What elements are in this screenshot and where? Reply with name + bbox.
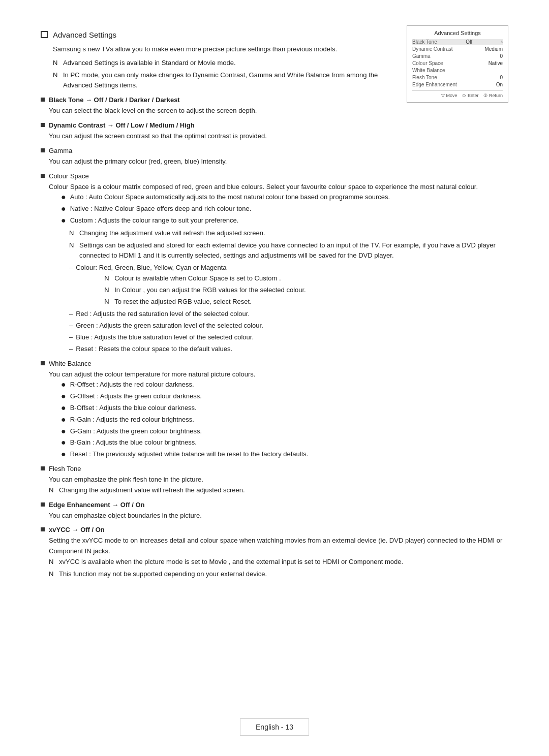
black-square-icon-8 [41,527,45,531]
white-balance-desc: You can adjust the colour temperature fo… [49,369,508,380]
note-n: N [104,297,111,307]
bullet-dot: ● [61,380,66,390]
panel-label-flesh-tone: Flesh Tone [412,75,437,80]
subsection-white-balance-title: White Balance [49,360,92,367]
note-text-2: In PC mode, you can only make changes to… [63,70,396,91]
panel-value-colour-space: Native [489,60,503,66]
note-n: N [49,569,56,580]
bullet-text: B-Gain : Adjusts the blue colour brightn… [70,437,197,448]
panel-label-edge-enhancement: Edge Enhancement [412,82,457,87]
note-line-1: N Advanced Settings is available in Stan… [53,58,396,69]
bullet-dot: ● [61,426,66,437]
list-item: –Red : Adjusts the red saturation level … [69,309,508,320]
nested-note-3: N To reset the adjusted RGB value, selec… [104,297,306,307]
dash-sym: – [69,332,73,343]
black-square-icon [41,98,45,102]
subsection-white-balance-body: You can adjust the colour temperature fo… [49,369,508,460]
panel-value-black-tone: Off [466,39,472,45]
note-n: N [69,240,76,251]
checkbox-icon [41,31,48,38]
subsection-colour-space: Colour Space Colour Space is a colour ma… [41,172,508,355]
subsection-flesh-tone: Flesh Tone You can emphasize the pink fl… [41,465,508,496]
panel-value-dynamic-contrast: Medium [484,46,503,52]
note-text: In Colour , you can adjust the RGB value… [114,285,306,296]
bullet-dot: ● [61,391,66,402]
note-text: This function may not be supported depen… [59,569,267,580]
panel-row-white-balance: White Balance [412,68,503,73]
note-n: N [69,228,76,239]
list-item: ●Custom : Adjusts the colour range to su… [61,215,508,226]
bullet-text: Native : Native Colour Space offers deep… [70,204,252,214]
panel-value-edge-enhancement: On [496,82,503,87]
note-text-1: Advanced Settings is available in Standa… [63,58,236,69]
list-item: ●Auto : Auto Colour Space automatically … [61,192,508,203]
bullet-dot: ● [61,449,66,460]
subsection-black-tone-header: Black Tone → Off / Dark / Darker / Darke… [41,96,396,104]
subsection-black-tone-title-bold: Black Tone → Off / Dark / Darker / Darke… [49,96,180,104]
note-text: To reset the adjusted RGB value, select … [114,297,252,307]
subsection-dynamic-contrast-title: Dynamic Contrast → Off / Low / Medium / … [49,121,195,129]
list-item: ●B-Gain : Adjusts the blue colour bright… [61,437,508,448]
subsection-flesh-tone-title: Flesh Tone [49,465,81,472]
flesh-tone-desc: You can emphasize the pink flesh tone in… [49,475,508,485]
panel-footer-return: ⑤ Return [483,93,503,98]
list-item: – Colour: Red, Green, Blue, Yellow, Cyan… [69,263,508,308]
subsection-white-balance: White Balance You can adjust the colour … [41,360,508,460]
panel-row-gamma: Gamma 0 [412,53,503,59]
note-text: Changing the adjustment value will refre… [59,485,245,496]
bullet-text: G-Offset : Adjusts the green colour dark… [70,391,202,402]
subsection-black-tone-body: You can select the black level on the sc… [49,106,508,116]
list-item: ●R-Gain : Adjusts the red colour brightn… [61,415,508,425]
bullet-text: Reset : The previously adjusted white ba… [70,449,309,460]
panel-title: Advanced Settings [412,30,503,36]
panel-label-gamma: Gamma [412,53,431,59]
black-tone-desc: You can select the black level on the sc… [49,106,508,116]
gamma-desc: You can adjust the primary colour (red, … [49,156,508,167]
colour-space-bullet-list: ●Auto : Auto Colour Space automatically … [61,192,508,226]
bullet-dot: ● [61,403,66,414]
dash-sym: – [69,309,73,320]
subsection-xvycc-title: xvYCC → Off / On [49,526,105,533]
nested-note-1: N Colour is available when Colour Space … [104,273,306,284]
black-square-icon-7 [41,502,45,507]
subsection-colour-space-body: Colour Space is a colour matrix composed… [49,182,508,355]
edge-enhancement-desc: You can emphasize object boundaries in t… [49,511,508,521]
bullet-dot: ● [61,215,66,226]
black-square-icon-3 [41,148,45,152]
main-content: Advanced Settings Samsung s new TVs allo… [41,30,508,584]
panel-footer-enter: ⊙ Enter [462,93,478,98]
subsection-white-balance-header: White Balance [41,360,508,367]
subsection-dynamic-contrast-header: Dynamic Contrast → Off / Low / Medium / … [41,121,508,129]
colour-space-desc: Colour Space is a colour matrix composed… [49,182,508,193]
panel-footer-move: ▽ Move [441,93,458,98]
subsection-gamma-body: You can adjust the primary colour (red, … [49,156,508,167]
list-item: ●G-Offset : Adjusts the green colour dar… [61,391,508,402]
bullet-dot: ● [61,437,66,448]
dash-item-content: Colour: Red, Green, Blue, Yellow, Cyan o… [76,263,306,308]
list-item: ●R-Offset : Adjusts the red colour darkn… [61,380,508,390]
black-square-icon-6 [41,466,45,470]
subsection-edge-enhancement-body: You can emphasize object boundaries in t… [49,511,508,521]
subsection-xvycc-body: Setting the xvYCC mode to on increases d… [49,536,508,579]
bullet-text: R-Gain : Adjusts the red colour brightne… [70,415,194,425]
subsection-edge-enhancement-header: Edge Enhancement → Off / On [41,501,508,509]
bullet-dot: ● [61,192,66,203]
colour-space-dash-list: – Colour: Red, Green, Blue, Yellow, Cyan… [69,263,508,354]
panel-arrow-black-tone: › [501,39,503,45]
bullet-text: Custom : Adjusts the colour range to sui… [70,215,239,226]
panel-row-dynamic-contrast: Dynamic Contrast Medium [412,46,503,52]
note-n: N [104,285,111,296]
page-content: Advanced Settings Black Tone Off › Dynam… [0,0,549,625]
note-text: xvYCC is available when the picture mode… [59,557,403,568]
subsection-edge-enhancement-title-bold: Edge Enhancement → Off / On [49,501,145,509]
black-square-icon-4 [41,174,45,178]
dash-text: Reset : Resets the colour space to the d… [76,344,232,355]
panel-row-black-tone: Black Tone Off › [412,39,503,45]
subsection-dynamic-contrast: Dynamic Contrast → Off / Low / Medium / … [41,121,508,142]
list-item: –Green : Adjusts the green saturation le… [69,321,508,331]
footer-label: English - 13 [256,723,293,731]
main-title: Advanced Settings [53,30,116,39]
dash-text: Green : Adjusts the green saturation lev… [76,321,263,331]
panel-label-white-balance: White Balance [412,68,445,73]
nested-note-2: N In Colour , you can adjust the RGB val… [104,285,306,296]
